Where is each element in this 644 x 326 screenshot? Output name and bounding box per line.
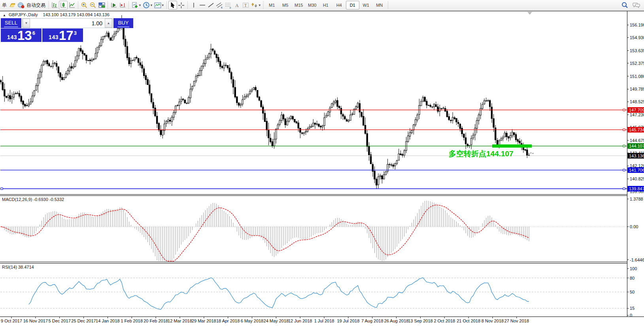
svg-text:141.706: 141.706 [629,168,644,172]
chart-title: ▲ GBPJPY-,Daily 143.100 143.179 143.094 … [3,12,110,17]
buy-price-pips: 17 [59,30,74,42]
svg-text:143.136: 143.136 [629,154,644,158]
svg-text:5 Dec 2017: 5 Dec 2017 [49,318,71,323]
svg-text:12 Mar 2018: 12 Mar 2018 [168,318,192,323]
svg-text:147.709: 147.709 [629,108,644,112]
svg-text:16 Nov 2017: 16 Nov 2017 [23,318,48,323]
buy-button[interactable]: BUY [113,18,133,28]
svg-text:6 May 2018: 6 May 2018 [241,318,263,323]
svg-text:1.3788: 1.3788 [630,197,643,201]
svg-text:145.734: 145.734 [629,127,644,132]
macd-label: MACD(12,26,9) -0.6930 -0.5332 [2,197,64,202]
rsi-label: RSI(14) 38.4714 [2,265,34,269]
svg-text:9 Oct 2017: 9 Oct 2017 [1,318,22,323]
sell-price-big-figure: 143 [7,34,17,40]
symbol-period-label: GBPJPY-,Daily [9,12,38,17]
one-click-trading-panel: SELL ▼ ▲ BUY 143 13 6 143 17 3 [1,18,83,42]
svg-text:25 Dec 2017: 25 Dec 2017 [71,318,96,323]
chart-canvas[interactable]: 156.190154.930153.635152.375151.080149.7… [0,0,644,326]
svg-text:149.785: 149.785 [630,87,644,91]
volume-decrease-button[interactable]: ▼ [23,19,30,28]
svg-text:144.107: 144.107 [629,144,644,148]
svg-text:26 Aug 2018: 26 Aug 2018 [384,318,409,323]
svg-text:156.190: 156.190 [630,23,644,27]
svg-text:21 Oct 2018: 21 Oct 2018 [457,318,480,323]
svg-text:80: 80 [630,276,635,281]
svg-text:2 Oct 2018: 2 Oct 2018 [434,318,455,323]
svg-text:1 Jul 2018: 1 Jul 2018 [314,318,334,323]
pivot-annotation-text: 多空转折点144.107 [449,149,514,159]
svg-text:153.635: 153.635 [630,48,644,53]
svg-text:0: 0 [630,313,632,318]
sell-price-pips: 13 [17,30,32,42]
svg-text:15: 15 [630,306,635,311]
svg-text:8 Nov 2018: 8 Nov 2018 [482,318,504,323]
svg-text:100: 100 [630,266,637,271]
svg-text:7 Aug 2018: 7 Aug 2018 [361,318,383,323]
svg-text:139.847: 139.847 [629,186,644,191]
buy-price-display[interactable]: 143 17 3 [42,28,83,42]
svg-text:29 Mar 2018: 29 Mar 2018 [192,318,216,323]
ohlc-values: 143.100 143.179 143.094 143.136 [43,12,110,17]
svg-text:148.525: 148.525 [630,99,644,104]
svg-text:154.930: 154.930 [630,35,644,40]
svg-text:12 Jun 2018: 12 Jun 2018 [288,318,312,323]
collapse-triangle-icon[interactable]: ▲ [3,13,6,17]
svg-text:14 Jan 2018: 14 Jan 2018 [96,318,120,323]
svg-text:-1.6446: -1.6446 [630,258,644,262]
svg-text:0.00: 0.00 [630,224,638,229]
svg-text:140.825: 140.825 [630,176,644,181]
svg-text:27 Nov 2018: 27 Nov 2018 [504,318,529,323]
svg-text:1 Feb 2018: 1 Feb 2018 [121,318,143,323]
sell-price-display[interactable]: 143 13 6 [1,28,42,42]
svg-text:144.675: 144.675 [630,138,644,143]
sell-button[interactable]: SELL [1,18,21,28]
svg-text:147.230: 147.230 [630,112,644,117]
mt4-window: 单 自动交易 [0,0,644,326]
svg-text:152.375: 152.375 [630,61,644,66]
svg-text:50: 50 [630,290,635,294]
svg-text:19 Jul 2018: 19 Jul 2018 [337,318,359,323]
svg-text:20 Feb 2018: 20 Feb 2018 [144,318,168,323]
buy-price-point: 3 [74,29,77,36]
svg-text:151.080: 151.080 [630,74,644,79]
buy-price-big-figure: 143 [49,34,59,40]
svg-text:24 May 2018: 24 May 2018 [264,318,289,323]
sell-price-point: 6 [32,29,35,36]
svg-text:13 Sep 2018: 13 Sep 2018 [408,318,432,323]
volume-spinner: ▼ ▲ [22,18,113,28]
volume-increase-button[interactable]: ▲ [105,19,112,28]
volume-input[interactable] [30,19,105,28]
svg-text:18 Apr 2018: 18 Apr 2018 [216,318,240,323]
